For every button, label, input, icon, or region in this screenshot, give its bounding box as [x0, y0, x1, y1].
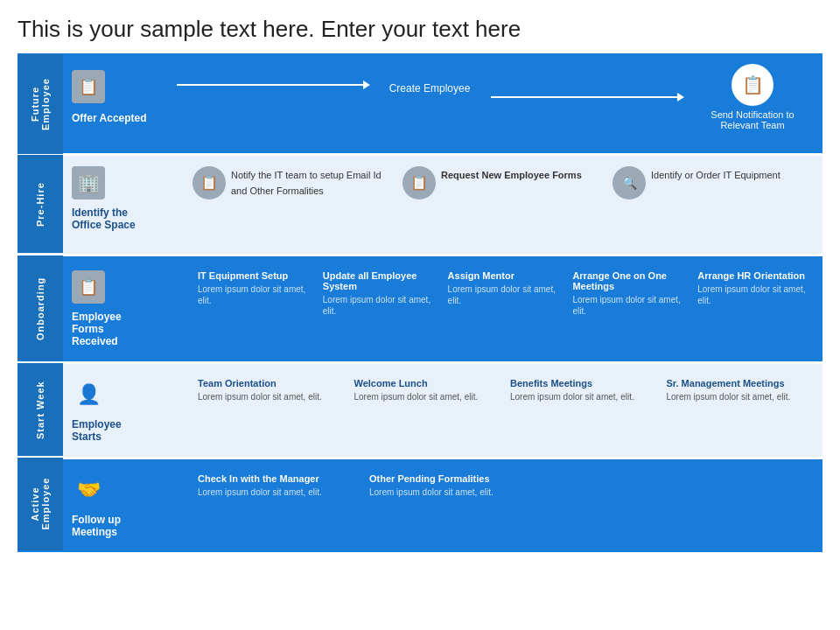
it-notify-text: Notify the IT team to setup Email Id and…	[231, 166, 394, 198]
sr-management-title: Sr. Management Meetings	[667, 378, 815, 388]
sr-management-desc: Lorem ipsum dolor sit amet, elit.	[667, 391, 815, 402]
forms-text: Request New Employee Forms	[441, 166, 582, 182]
onboarding-first-icon: 📋	[72, 270, 105, 304]
employee-starts-label: EmployeeStarts	[72, 418, 122, 443]
onboarding-item-3: Assign Mentor Lorem ipsum dolor sit amet…	[448, 270, 564, 317]
prehire-row: 🏢 Identify theOffice Space 📋 Notify the …	[72, 166, 814, 231]
office-icon: 🏢	[72, 166, 105, 200]
prehire-item-equipment: 🔍 Identify or Order IT Equipment	[612, 166, 814, 200]
create-employee-label: Create Employee	[389, 82, 471, 94]
equipment-text: Identify or Order IT Equipment	[651, 166, 780, 182]
step-send-notification: 📋 Send Notification toRelevant Team	[691, 64, 814, 130]
prehire-item-forms: 📋 Request New Employee Forms	[402, 166, 604, 200]
check-in-desc: Lorem ipsum dolor sit amet, elit.	[198, 486, 355, 498]
startweek-item-2: Welcome Lunch Lorem ipsum dolor sit amet…	[354, 378, 502, 402]
it-setup-title: IT Equipment Setup	[198, 270, 314, 281]
startweek-item-4: Sr. Management Meetings Lorem ipsum dolo…	[667, 378, 815, 402]
check-in-title: Check In with the Manager	[198, 473, 355, 484]
welcome-lunch-desc: Lorem ipsum dolor sit amet, elit.	[354, 391, 502, 402]
active-item-1: Check In with the Manager Lorem ipsum do…	[198, 473, 355, 498]
hr-orientation-desc: Lorem ipsum dolor sit amet, elit.	[697, 284, 814, 306]
notification-label: Send Notification toRelevant Team	[710, 109, 794, 130]
pending-formalities-desc: Lorem ipsum dolor sit amet, elit.	[369, 486, 527, 498]
row-label-prehire: Pre-Hire	[18, 154, 63, 255]
row-label-onboarding: Onboarding	[18, 255, 63, 362]
team-orientation-desc: Lorem ipsum dolor sit amet, elit.	[198, 391, 346, 402]
page-title: This is your sample text here. Enter you…	[0, 0, 840, 53]
startweek-content-cell: 👤 EmployeeStarts Team Orientation Lorem …	[63, 362, 822, 458]
onboarding-item-2: Update all Employee System Lorem ipsum d…	[323, 270, 439, 317]
benefits-meetings-title: Benefits Meetings	[510, 378, 658, 388]
notification-icon-circle: 📋	[732, 64, 774, 106]
employee-starts-icon: 👤	[72, 378, 105, 411]
offer-accepted-icon: 📋	[72, 70, 105, 103]
it-notify-icon: 📋	[192, 166, 226, 200]
it-notify-desc: Notify the IT team to setup Email Id and…	[231, 170, 382, 196]
startweek-item-3: Benefits Meetings Lorem ipsum dolor sit …	[510, 378, 658, 402]
step-create-employee: Create Employee	[377, 82, 482, 94]
onboarding-first: 📋 EmployeeFormsReceived	[72, 270, 186, 347]
assign-mentor-desc: Lorem ipsum dolor sit amet, elit.	[448, 284, 564, 306]
active-items: Check In with the Manager Lorem ipsum do…	[198, 473, 527, 498]
team-orientation-title: Team Orientation	[198, 378, 346, 388]
startweek-item-1: Team Orientation Lorem ipsum dolor sit a…	[198, 378, 346, 402]
active-content-cell: 🤝 Follow upMeetings Check In with the Ma…	[63, 458, 822, 552]
arrow-2	[491, 96, 682, 98]
onboarding-content-cell: 📋 EmployeeFormsReceived IT Equipment Set…	[63, 255, 822, 362]
startweek-items: Team Orientation Lorem ipsum dolor sit a…	[198, 378, 814, 402]
onboarding-items: IT Equipment Setup Lorem ipsum dolor sit…	[198, 270, 814, 317]
employee-forms-label: EmployeeFormsReceived	[72, 311, 122, 347]
equipment-desc: Identify or Order IT Equipment	[651, 170, 780, 180]
forms-icon: 📋	[402, 166, 436, 200]
row-label-future: FutureEmployee	[18, 53, 63, 154]
active-first: 🤝 Follow upMeetings	[72, 473, 186, 538]
benefits-meetings-desc: Lorem ipsum dolor sit amet, elit.	[510, 391, 658, 402]
onboarding-item-1: IT Equipment Setup Lorem ipsum dolor sit…	[198, 270, 314, 317]
forms-label: Request New Employee Forms	[441, 170, 582, 180]
row-label-startweek: Start Week	[18, 362, 63, 458]
one-on-one-title: Arrange One on One Meetings	[572, 270, 689, 291]
arrow-1	[177, 84, 368, 86]
follow-meetings-icon: 🤝	[72, 473, 105, 507]
active-item-2: Other Pending Formalities Lorem ipsum do…	[369, 473, 527, 498]
startweek-row: 👤 EmployeeStarts Team Orientation Lorem …	[72, 374, 814, 446]
step-identify-office: 🏢 Identify theOffice Space	[72, 166, 186, 231]
one-on-one-desc: Lorem ipsum dolor sit amet, elit.	[572, 294, 689, 317]
identify-office-label: Identify theOffice Space	[72, 206, 136, 231]
onboarding-item-5: Arrange HR Orientation Lorem ipsum dolor…	[697, 270, 814, 317]
onboarding-row: 📋 EmployeeFormsReceived IT Equipment Set…	[72, 267, 814, 351]
prehire-items: 📋 Notify the IT team to setup Email Id a…	[192, 166, 814, 200]
startweek-first: 👤 EmployeeStarts	[72, 378, 186, 443]
it-setup-desc: Lorem ipsum dolor sit amet, elit.	[198, 284, 314, 306]
equipment-icon: 🔍	[612, 166, 646, 200]
step-offer-accepted: 📋 Offer Accepted	[72, 70, 168, 124]
assign-mentor-title: Assign Mentor	[448, 270, 564, 281]
future-row: 📋 Offer Accepted Create Employee 📋	[72, 64, 814, 130]
welcome-lunch-title: Welcome Lunch	[354, 378, 502, 388]
hr-orientation-title: Arrange HR Orientation	[697, 270, 814, 281]
onboarding-item-4: Arrange One on One Meetings Lorem ipsum …	[572, 270, 689, 317]
pending-formalities-title: Other Pending Formalities	[369, 473, 527, 484]
future-content-cell: 📋 Offer Accepted Create Employee 📋	[63, 53, 822, 154]
prehire-content-cell: 🏢 Identify theOffice Space 📋 Notify the …	[63, 154, 822, 255]
row-label-active: ActiveEmployee	[18, 458, 63, 552]
active-row: 🤝 Follow upMeetings Check In with the Ma…	[72, 470, 814, 542]
follow-meetings-label: Follow upMeetings	[72, 514, 121, 538]
update-system-title: Update all Employee System	[323, 270, 439, 291]
offer-accepted-label: Offer Accepted	[72, 112, 147, 124]
update-system-desc: Lorem ipsum dolor sit amet, elit.	[323, 294, 439, 317]
prehire-item-it: 📋 Notify the IT team to setup Email Id a…	[192, 166, 394, 200]
